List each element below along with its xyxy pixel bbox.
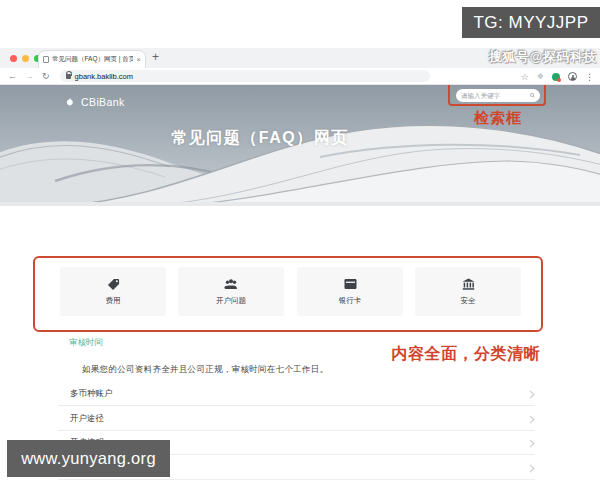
cbibank-logo-icon <box>60 94 76 110</box>
search-input[interactable] <box>461 92 527 99</box>
chevron-right-icon <box>529 434 535 452</box>
close-window-button[interactable] <box>10 55 17 62</box>
menu-dots-icon[interactable]: ⋮ <box>585 72 594 82</box>
extension-icon[interactable]: ❖ <box>537 72 544 81</box>
chevron-right-icon <box>529 385 535 403</box>
colored-extension-icon[interactable] <box>552 73 560 81</box>
browser-tab[interactable]: 常见问题（FAQ）网页 | 首页 × <box>38 50 146 68</box>
faq-expanded-answer: 如果您的公司资料齐全并且公司正规，审核时间在七个工作日。 <box>82 364 328 376</box>
cards-annotation-box <box>33 256 543 332</box>
content-annotation-label: 内容全面，分类清晰 <box>360 344 540 365</box>
site-watermark: www.yunyang.org <box>7 440 170 477</box>
faq-item[interactable]: 开户途径 <box>58 407 535 431</box>
faq-item-label: 多币种账户 <box>58 388 113 400</box>
profile-icon[interactable] <box>568 72 577 81</box>
tg-badge: TG: MYYJJPP <box>462 7 600 38</box>
close-tab-icon[interactable]: × <box>136 56 141 64</box>
favicon <box>43 56 49 63</box>
faq-item[interactable]: 多币种账户 <box>58 382 535 406</box>
url-text: gbank.baklib.com <box>75 72 133 81</box>
padlock-icon <box>66 73 71 79</box>
forward-icon[interactable]: → <box>25 71 34 81</box>
hero-banner: CBiBank 常见问题（FAQ）网页 检索框 <box>0 85 600 206</box>
cbibank-brand[interactable]: CBiBank <box>60 94 125 110</box>
window-controls <box>10 55 41 62</box>
chevron-right-icon <box>529 459 535 477</box>
address-bar: ← → ↻ gbank.baklib.com <box>0 68 600 85</box>
page-title: 常见问题（FAQ）网页 <box>0 128 520 149</box>
brand-name: CBiBank <box>81 96 125 108</box>
reload-icon[interactable]: ↻ <box>42 71 50 81</box>
chevron-right-icon <box>529 410 535 428</box>
new-tab-button[interactable]: + <box>152 50 159 64</box>
search-box[interactable] <box>456 89 540 102</box>
url-field[interactable]: gbank.baklib.com <box>60 70 430 82</box>
back-icon[interactable]: ← <box>8 71 17 81</box>
nav-buttons: ← → ↻ <box>0 71 50 81</box>
sohu-watermark: 搜狐号@探码科技 <box>489 49 597 66</box>
tab-title: 常见问题（FAQ）网页 | 首页 <box>52 55 133 64</box>
screenshot-canvas: TG: MYYJJPP 搜狐号@探码科技 常见问题（FAQ）网页 | 首页 × … <box>0 0 600 480</box>
faq-expanded-question[interactable]: 审核时间 <box>69 337 103 349</box>
faq-item-label: 开户途径 <box>58 413 104 425</box>
search-annotation-label: 检索框 <box>448 109 548 128</box>
bookmark-star-icon[interactable]: ☆ <box>521 72 529 82</box>
minimize-window-button[interactable] <box>22 55 29 62</box>
search-icon <box>530 92 535 99</box>
tg-badge-text: TG: MYYJJPP <box>473 13 588 33</box>
browser-window: 常见问题（FAQ）网页 | 首页 × + ← → ↻ gbank.baklib.… <box>0 48 600 480</box>
chrome-toolbar-icons: ☆ ❖ ⋮ <box>521 69 594 84</box>
search-annotation-box <box>448 85 546 106</box>
